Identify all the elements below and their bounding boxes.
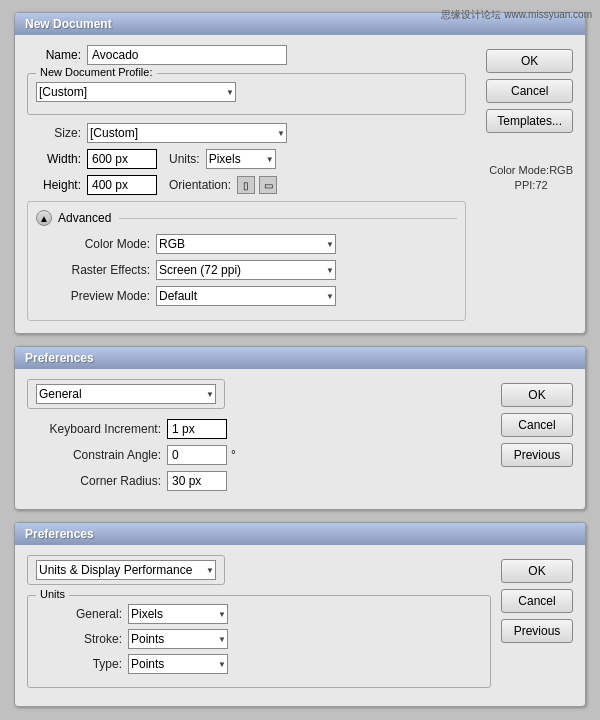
- units-stroke-label: Stroke:: [68, 632, 128, 646]
- units-section-label: Units: [36, 588, 69, 600]
- constrain-input[interactable]: [167, 445, 227, 465]
- color-mode-select[interactable]: RGB: [156, 234, 336, 254]
- width-input[interactable]: [87, 149, 157, 169]
- profile-section-label: New Document Profile:: [36, 66, 157, 78]
- color-mode-label: Color Mode:: [36, 237, 156, 251]
- corner-row: Corner Radius:: [27, 471, 491, 491]
- pref1-ok-button[interactable]: OK: [501, 383, 573, 407]
- name-label: Name:: [27, 48, 87, 62]
- keyboard-row: Keyboard Increment:: [27, 419, 491, 439]
- profile-select[interactable]: [Custom]: [36, 82, 236, 102]
- preferences2-title: Preferences: [15, 523, 585, 545]
- pref2-section-select[interactable]: Units & Display Performance: [36, 560, 216, 580]
- units-select[interactable]: Pixels: [206, 149, 276, 169]
- preferences1-dialog: Preferences General ▼ Keyboard Increment…: [14, 346, 586, 510]
- keyboard-input[interactable]: [167, 419, 227, 439]
- preview-label: Preview Mode:: [36, 289, 156, 303]
- nd-side-panel: OK Cancel Templates... Color Mode:RGB PP…: [476, 45, 573, 321]
- preview-mode-row: Preview Mode: Default ▼: [36, 286, 457, 306]
- degree-symbol: °: [231, 448, 236, 462]
- pref1-section-row: General ▼: [27, 379, 491, 409]
- pref2-cancel-button[interactable]: Cancel: [501, 589, 573, 613]
- advanced-header[interactable]: ▲ Advanced: [36, 210, 457, 226]
- raster-effects-row: Raster Effects: Screen (72 ppi) ▼: [36, 260, 457, 280]
- size-select[interactable]: [Custom]: [87, 123, 287, 143]
- units-stroke-select[interactable]: Points: [128, 629, 228, 649]
- new-document-form: Name: New Document Profile: [Custom] ▼: [27, 45, 466, 321]
- watermark: 思缘设计论坛 www.missyuan.com: [441, 8, 592, 22]
- corner-label: Corner Radius:: [27, 474, 167, 488]
- pref1-previous-button[interactable]: Previous: [501, 443, 573, 467]
- cancel-button[interactable]: Cancel: [486, 79, 573, 103]
- height-row: Height: Orientation: ▯ ▭: [27, 175, 466, 195]
- width-row: Width: Units: Pixels ▼: [27, 149, 466, 169]
- units-general-row: General: Pixels ▼: [68, 604, 482, 624]
- units-type-label: Type:: [68, 657, 128, 671]
- units-type-row: Type: Points ▼: [68, 654, 482, 674]
- units-general-label: General:: [68, 607, 128, 621]
- preferences1-form: General ▼ Keyboard Increment: Constrain …: [27, 379, 491, 497]
- corner-input[interactable]: [167, 471, 227, 491]
- name-row: Name:: [27, 45, 466, 65]
- preferences2-dialog: Preferences Units & Display Performance …: [14, 522, 586, 707]
- pref2-section-row: Units & Display Performance ▼: [27, 555, 491, 585]
- preferences2-form: Units & Display Performance ▼ Units Gene…: [27, 555, 491, 694]
- new-document-dialog: New Document Name: New Document Profile:…: [14, 12, 586, 334]
- landscape-icon[interactable]: ▭: [259, 176, 277, 194]
- orientation-label: Orientation:: [157, 178, 237, 192]
- advanced-label: Advanced: [58, 211, 111, 225]
- color-mode-info: Color Mode:RGB PPI:72: [489, 133, 573, 194]
- ppi-line: PPI:72: [489, 178, 573, 193]
- preferences1-title: Preferences: [15, 347, 585, 369]
- pref1-buttons: OK Cancel Previous: [501, 379, 573, 497]
- pref2-previous-button[interactable]: Previous: [501, 619, 573, 643]
- height-input[interactable]: [87, 175, 157, 195]
- raster-label: Raster Effects:: [36, 263, 156, 277]
- nd-buttons: OK Cancel Templates...: [486, 45, 573, 133]
- constrain-row: Constrain Angle: °: [27, 445, 491, 465]
- color-mode-row: Color Mode: RGB ▼: [36, 234, 457, 254]
- advanced-toggle-icon[interactable]: ▲: [36, 210, 52, 226]
- units-stroke-row: Stroke: Points ▼: [68, 629, 482, 649]
- profile-row: [Custom] ▼: [36, 82, 457, 102]
- units-type-select[interactable]: Points: [128, 654, 228, 674]
- constrain-label: Constrain Angle:: [27, 448, 167, 462]
- ok-button[interactable]: OK: [486, 49, 573, 73]
- units-general-select[interactable]: Pixels: [128, 604, 228, 624]
- advanced-section: ▲ Advanced Color Mode: RGB ▼: [27, 201, 466, 321]
- templates-button[interactable]: Templates...: [486, 109, 573, 133]
- pref2-ok-button[interactable]: OK: [501, 559, 573, 583]
- name-input[interactable]: [87, 45, 287, 65]
- preview-select[interactable]: Default: [156, 286, 336, 306]
- units-label: Units:: [157, 152, 206, 166]
- portrait-icon[interactable]: ▯: [237, 176, 255, 194]
- size-label: Size:: [27, 126, 87, 140]
- pref2-buttons: OK Cancel Previous: [501, 555, 573, 694]
- units-section: Units General: Pixels ▼ Stroke:: [27, 595, 491, 688]
- raster-select[interactable]: Screen (72 ppi): [156, 260, 336, 280]
- pref1-section-select[interactable]: General: [36, 384, 216, 404]
- height-label: Height:: [27, 178, 87, 192]
- width-label: Width:: [27, 152, 87, 166]
- pref1-cancel-button[interactable]: Cancel: [501, 413, 573, 437]
- color-mode-line1: Color Mode:RGB: [489, 163, 573, 178]
- size-row: Size: [Custom] ▼: [27, 123, 466, 143]
- keyboard-label: Keyboard Increment:: [27, 422, 167, 436]
